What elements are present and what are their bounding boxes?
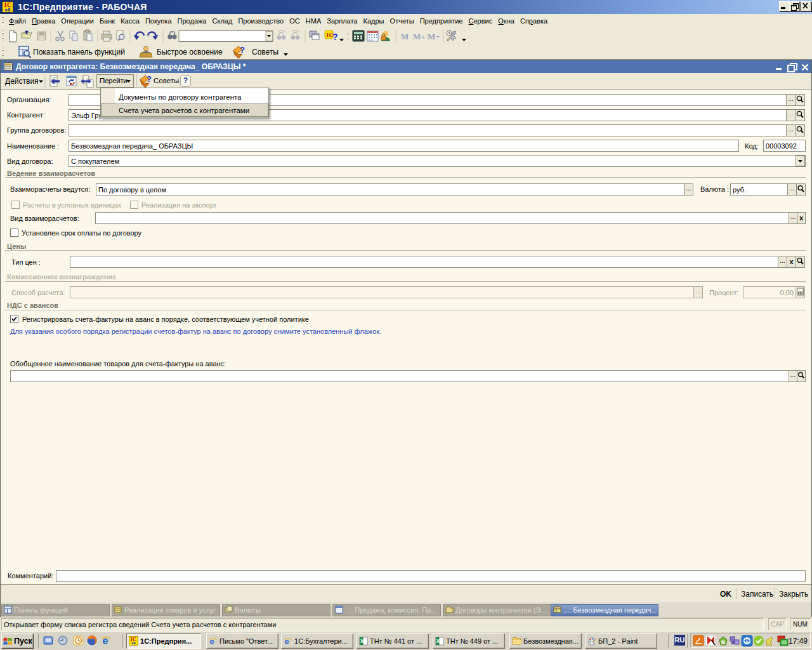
svg-text:М: М: [401, 32, 409, 41]
svg-text:X: X: [436, 638, 440, 644]
svg-text:e: e: [209, 637, 214, 646]
svg-text:?: ?: [147, 74, 152, 84]
svg-text:?: ?: [240, 45, 245, 55]
svg-text:e: e: [284, 637, 289, 646]
svg-text:М−: М−: [428, 32, 440, 41]
svg-text:М+: М+: [413, 32, 426, 41]
svg-text:?: ?: [332, 32, 338, 42]
svg-text:v8: v8: [131, 641, 136, 645]
svg-text:X: X: [360, 638, 364, 644]
